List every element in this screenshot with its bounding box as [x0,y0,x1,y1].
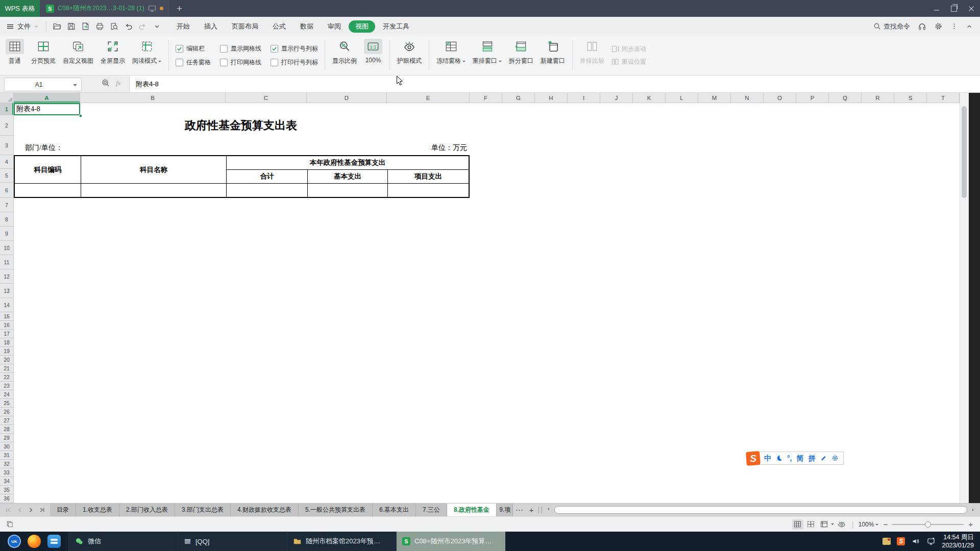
ribbon-button-分页预览[interactable]: 分页预览 [28,36,59,75]
save-icon[interactable] [65,20,77,33]
sheet-tab-目录[interactable]: 目录 [50,504,76,516]
row-header-10[interactable]: 10 [0,241,14,255]
next-sheet-icon[interactable] [26,505,36,515]
task-button-微信[interactable]: 微信 [68,532,178,551]
collapse-ribbon-icon[interactable] [966,23,973,30]
menu-tab-开发工具[interactable]: 开发工具 [376,20,416,33]
checkbox-打印网格线[interactable]: 打印网格线 [220,58,261,67]
row-header-11[interactable]: 11 [0,255,14,269]
ribbon-button-阅读模式[interactable]: 阅读模式 [129,36,165,75]
moon-icon[interactable] [776,455,782,462]
task-button-[QQ][interactable]: [QQ] [178,532,287,551]
checkbox-icon[interactable] [271,45,278,53]
row-header-12[interactable]: 12 [0,269,14,284]
horizontal-scrollbar[interactable] [554,506,967,514]
column-header-G[interactable]: G [502,93,535,103]
row-header-1[interactable]: 1 [0,103,14,115]
ribbon-button-100%[interactable]: 1:1100% [360,36,386,75]
redo-icon[interactable] [136,20,149,33]
column-header-E[interactable]: E [387,93,470,103]
row-header-36[interactable]: 36 [0,494,14,503]
document-tab[interactable]: S C08+随州市2023…3-01-28 (1) [40,0,169,17]
column-header-H[interactable]: H [535,93,568,103]
column-header-J[interactable]: J [600,93,633,103]
row-header-18[interactable]: 18 [0,338,14,347]
namebox-caret-icon[interactable] [73,84,77,88]
menu-tab-公式[interactable]: 公式 [266,20,292,33]
checkbox-显示网格线[interactable]: 显示网格线 [220,44,261,53]
ribbon-button-拆分窗口[interactable]: 拆分窗口 [505,36,537,75]
row-header-28[interactable]: 28 [0,425,14,434]
support-headset-icon[interactable] [918,22,926,31]
print-icon[interactable] [93,20,106,33]
menu-tab-审阅[interactable]: 审阅 [321,20,348,33]
ime-item-°,[interactable]: °, [787,455,792,462]
close-button[interactable] [963,0,980,17]
row-header-9[interactable]: 9 [0,227,14,241]
hscroll-grip[interactable] [538,507,542,513]
pencil-icon[interactable] [820,455,827,462]
ribbon-button-自定义视图[interactable]: 自定义视图 [59,36,97,75]
more-menu-icon[interactable] [950,22,958,30]
column-header-K[interactable]: K [633,93,666,103]
ime-item-中[interactable]: 中 [764,455,771,462]
view-dropdown-caret-icon[interactable] [831,523,834,527]
table-empty-cell[interactable] [308,184,388,197]
hscroll-right-icon[interactable] [970,507,976,513]
checkbox-编辑栏[interactable]: 编辑栏 [176,44,211,53]
menu-tab-视图[interactable]: 视图 [349,20,375,33]
prev-sheet-icon[interactable] [14,505,24,515]
sheet-tab-8.政府性基金[interactable]: 8.政府性基金 [447,504,497,516]
wps-app-logo[interactable]: WPS 表格 [0,0,40,17]
checkbox-icon[interactable] [220,59,228,66]
column-header-D[interactable]: D [307,93,387,103]
column-header-L[interactable]: L [666,93,698,103]
row-header-3[interactable]: 3 [0,136,14,155]
row-header-33[interactable]: 33 [0,468,14,477]
ribbon-button-新建窗口[interactable]: 新建窗口 [537,36,569,75]
sheet-tab-2.部门收入总表[interactable]: 2.部门收入总表 [119,504,175,516]
fill-handle[interactable] [79,114,82,117]
table-cell-project[interactable]: 项目支出 [388,170,469,184]
column-header-A[interactable]: A [14,93,80,103]
row-header-25[interactable]: 25 [0,399,14,408]
row-header-34[interactable]: 34 [0,477,14,486]
open-icon[interactable] [51,20,63,33]
checkbox-icon[interactable] [220,45,228,53]
table-cell-subject-name[interactable]: 科目名称 [81,156,227,184]
row-header-35[interactable]: 35 [0,486,14,494]
magnifier-icon[interactable] [101,79,110,87]
row-header-20[interactable]: 20 [0,356,14,364]
table-cell-total[interactable]: 合计 [227,170,308,184]
volume-icon[interactable] [911,537,920,545]
table-cell-subject-code[interactable]: 科目编码 [15,156,81,184]
row-header-26[interactable]: 26 [0,408,14,416]
menu-tab-开始[interactable]: 开始 [170,20,197,33]
zoom-out-button[interactable]: − [883,520,888,529]
table-cell-group-header[interactable]: 本年政府性基金预算支出 [227,156,469,170]
search-command[interactable]: 查找命令 [873,22,910,31]
add-sheet-button[interactable]: + [525,504,537,516]
checkbox-显示行号列标[interactable]: 显示行号列标 [271,44,318,53]
column-header-I[interactable]: I [568,93,600,103]
table-empty-cell[interactable] [15,184,81,197]
row-header-24[interactable]: 24 [0,390,14,399]
row-header-32[interactable]: 32 [0,460,14,468]
row-header-6[interactable]: 6 [0,183,14,198]
toolbar-more-icon[interactable] [151,20,163,33]
row-header-2[interactable]: 2 [0,115,14,136]
column-header-S[interactable]: S [894,93,927,103]
sogou-tray-icon[interactable]: S [897,537,905,545]
column-header-M[interactable]: M [698,93,731,103]
last-sheet-icon[interactable] [37,505,47,515]
first-sheet-icon[interactable] [3,505,13,515]
column-header-P[interactable]: P [796,93,829,103]
file-menu[interactable]: 文件 [0,22,44,31]
sheet-tab-9.项[interactable]: 9.项 [497,504,513,516]
column-header-O[interactable]: O [764,93,796,103]
zoom-level[interactable]: 100% [859,521,879,528]
department-label[interactable]: 部门/单位： [25,142,63,154]
ime-item-简[interactable]: 简 [797,455,804,462]
column-header-B[interactable]: B [80,93,226,103]
sheet-tab-5.一般公共预算支出表[interactable]: 5.一般公共预算支出表 [299,504,373,516]
